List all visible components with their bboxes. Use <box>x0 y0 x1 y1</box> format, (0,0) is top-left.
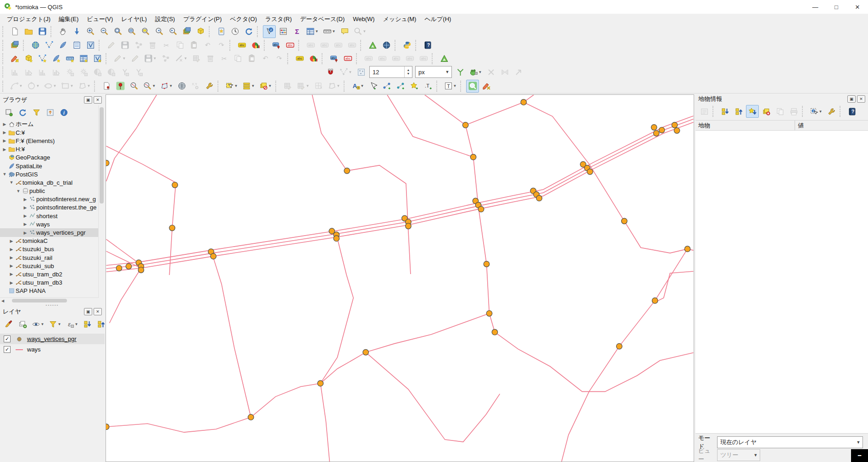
statistics-icon[interactable] <box>277 25 289 38</box>
identify-mode-icon[interactable]: i▼ <box>808 105 824 118</box>
new-shapefile-layer-icon[interactable] <box>36 52 49 65</box>
identify-settings-icon[interactable] <box>825 105 838 118</box>
new-temp-layer-icon[interactable] <box>63 52 76 65</box>
add-selected-layer-icon[interactable] <box>2 106 15 119</box>
add-virtual-layer-icon[interactable] <box>70 39 83 52</box>
browser-tree-item-shortest[interactable]: ▶shortest <box>0 212 99 220</box>
new-geopackage-layer-icon[interactable] <box>8 52 21 65</box>
html-annotation-icon[interactable]: T▼ <box>442 80 458 93</box>
layer-visibility-checkbox[interactable]: ✓ <box>4 346 11 353</box>
collapse-tree-icon[interactable] <box>732 105 745 118</box>
open-project-icon[interactable] <box>22 25 35 38</box>
python-console-icon[interactable] <box>401 39 413 52</box>
chevron-right-icon[interactable]: ▶ <box>9 280 14 285</box>
chevron-down-icon[interactable]: ▼ <box>16 189 21 193</box>
collapse-all-icon[interactable] <box>44 106 56 119</box>
layer-item-ways[interactable]: ✓ways <box>0 344 105 355</box>
zoom-out-icon[interactable] <box>98 25 111 38</box>
layers-float-button[interactable]: ▣ <box>84 308 92 315</box>
identify-features-icon[interactable]: i <box>263 25 276 38</box>
browser-tree-item-tsuzuki_sub[interactable]: ▶tsuzuki_sub <box>0 262 99 270</box>
browser-tree-item-utsu_tram_db3[interactable]: ▶utsu_tram_db3 <box>0 279 99 287</box>
attribute-table-icon[interactable]: ▼ <box>304 25 320 38</box>
topology-checker-icon[interactable] <box>454 66 467 78</box>
chevron-down-icon[interactable]: ▼ <box>9 180 14 185</box>
browser-tree-item-ways[interactable]: ▶ways <box>0 220 99 228</box>
browser-vertical-scrollbar[interactable] <box>98 105 105 298</box>
menu-item-10[interactable]: メッシュ(M) <box>379 14 421 25</box>
expand-tree-icon[interactable] <box>718 105 731 118</box>
zoom-to-layer-icon[interactable] <box>125 25 138 38</box>
mode-combo[interactable]: 現在のレイヤ▼ <box>717 436 863 448</box>
label-toolbar-blue-icon[interactable]: abc <box>270 39 283 52</box>
browser-tree-item-tomioka_db_c_trial[interactable]: ▼tomioka_db_c_trial <box>0 178 99 187</box>
pin-labels-icon[interactable]: abc <box>328 52 340 65</box>
chevron-right-icon[interactable]: ▶ <box>9 255 14 260</box>
temporal-controller-icon[interactable] <box>228 25 241 38</box>
menu-item-11[interactable]: ヘルプ(H) <box>420 14 455 25</box>
unpin-labels-icon[interactable]: abc <box>341 52 354 65</box>
layer-styling-icon[interactable] <box>249 39 262 52</box>
new-memory-layer-icon[interactable] <box>91 52 104 65</box>
view-combo[interactable]: ツリー▼ <box>717 449 760 461</box>
browser-tree-item-saphana[interactable]: SAP HANA <box>0 287 99 295</box>
browser-tree-item-tsuzuki_rail[interactable]: ▶tsuzuki_rail <box>0 253 99 262</box>
pan-to-selection-icon[interactable] <box>70 25 83 38</box>
identify-close-button[interactable]: ✕ <box>857 95 865 103</box>
chevron-right-icon[interactable]: ▶ <box>22 205 28 210</box>
sum-features-icon[interactable]: Σ <box>290 25 303 38</box>
snapping-magnet-icon[interactable] <box>324 66 337 78</box>
marker-annotation-icon[interactable] <box>408 80 421 93</box>
zoom-to-selection-icon[interactable] <box>139 25 152 38</box>
menu-item-6[interactable]: ベクタ(O) <box>226 14 261 25</box>
chevron-right-icon[interactable]: ▶ <box>22 214 28 218</box>
style-brush-icon[interactable] <box>480 80 493 93</box>
layer-item-ways_vertices_pgr[interactable]: ✓ways_vertices_pgr <box>0 334 105 344</box>
bookmarks-icon[interactable] <box>215 25 228 38</box>
snapping-tolerance-spinbox[interactable]: 12▲▼ <box>369 66 412 78</box>
help-icon[interactable]: ? <box>421 39 434 52</box>
web-globe-icon[interactable] <box>175 80 188 93</box>
zoom-highlight-icon[interactable] <box>466 80 479 93</box>
chevron-right-icon[interactable]: ▶ <box>9 247 14 252</box>
browser-tree-item-ways_vertices_pgr[interactable]: ▶ways_vertices_pgr <box>0 228 99 236</box>
text-annotation-icon[interactable]: A▼ <box>350 80 366 93</box>
chevron-right-icon[interactable]: ▶ <box>2 122 7 126</box>
expand-new-results-icon[interactable] <box>746 105 759 118</box>
text-along-line-icon[interactable]: .T <box>422 80 434 93</box>
manage-visibility-icon[interactable]: ▼ <box>30 318 46 330</box>
styling-options-icon[interactable] <box>307 52 320 65</box>
line-annotation-icon[interactable] <box>380 80 393 93</box>
chevron-right-icon[interactable]: ▶ <box>9 264 14 268</box>
identify-help-icon[interactable]: ? <box>846 105 858 118</box>
expand-all-icon[interactable] <box>81 318 94 330</box>
move-annotation-icon[interactable] <box>367 80 379 93</box>
new-map-view-icon[interactable] <box>180 25 193 38</box>
pan-map-icon[interactable] <box>56 25 69 38</box>
new-spatialite-layer-icon[interactable] <box>22 52 35 65</box>
chevron-right-icon[interactable]: ▶ <box>9 239 14 243</box>
menu-item-9[interactable]: Web(W) <box>349 14 378 24</box>
polygon-annotation-icon[interactable] <box>394 80 407 93</box>
layers-close-button[interactable]: ✕ <box>94 308 102 315</box>
properties-info-icon[interactable]: i <box>57 106 70 119</box>
map-canvas[interactable] <box>106 94 694 462</box>
chevron-down-icon[interactable]: ▼ <box>2 172 7 176</box>
layer-labeling-icon[interactable]: abc <box>235 39 248 52</box>
new-3d-view-icon[interactable] <box>194 25 207 38</box>
browser-tree-item-tsuzuki_bus[interactable]: ▶tsuzuki_bus <box>0 245 99 253</box>
snapping-unit-combo[interactable]: px▼ <box>415 66 452 78</box>
deselect-features-icon[interactable]: ▼ <box>257 80 273 93</box>
filter-legend-icon[interactable]: ▼ <box>47 318 63 330</box>
avoid-intersections-icon[interactable]: ▼ <box>467 66 484 78</box>
chevron-right-icon[interactable]: ▶ <box>22 231 28 235</box>
processing-icon[interactable]: A <box>438 52 451 65</box>
close-button[interactable]: ✕ <box>847 0 868 14</box>
refresh-browser-icon[interactable] <box>16 106 29 119</box>
options-wrench-icon[interactable] <box>203 80 216 93</box>
filter-browser-icon[interactable] <box>30 106 43 119</box>
metasearch-icon[interactable] <box>380 39 393 52</box>
browser-tree-item-pointsofinterestnew_g[interactable]: ▶pointsofinterest.new_g <box>0 195 99 204</box>
select-features-icon[interactable]: ▼ <box>223 80 239 93</box>
label-toolbar-red-icon[interactable]: abc <box>284 39 296 52</box>
